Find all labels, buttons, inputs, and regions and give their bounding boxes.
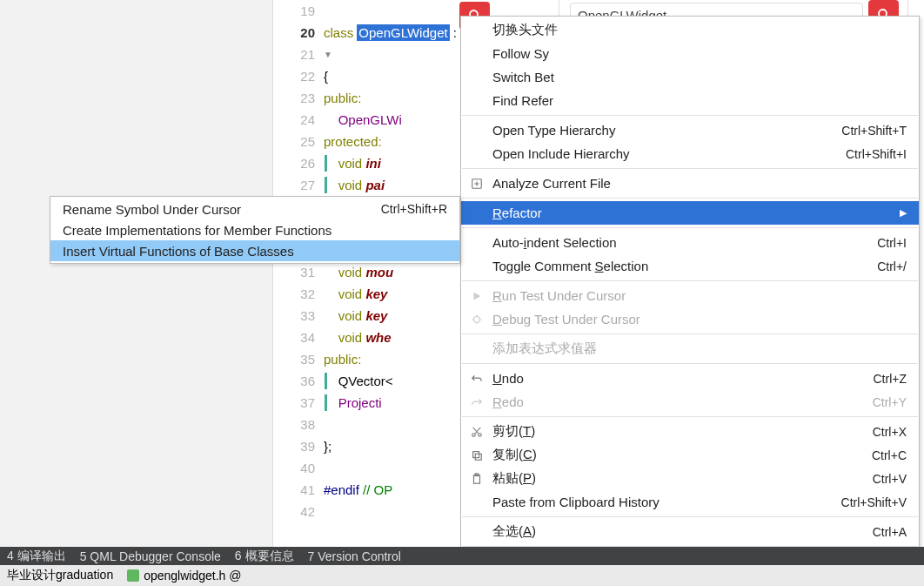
line-number: 22 bbox=[273, 65, 324, 87]
menu-item-label: Find Refer bbox=[492, 93, 907, 108]
menu-item-shortcut: Ctrl+Z bbox=[874, 372, 907, 386]
menu-item[interactable]: Switch Bet bbox=[461, 65, 919, 89]
line-number: 26 bbox=[273, 152, 324, 174]
menu-item[interactable]: 全选(A)Ctrl+A bbox=[461, 520, 919, 543]
menu-item-label: Paste from Clipboard History bbox=[492, 495, 841, 509]
line-number: 34 bbox=[273, 327, 324, 348]
menu-item[interactable]: Paste from Clipboard HistoryCtrl+Shift+V bbox=[461, 490, 919, 514]
status-bar[interactable]: 4 编译输出5 QML Debugger Console6 概要信息7 Vers… bbox=[0, 547, 924, 565]
run-icon bbox=[470, 289, 484, 303]
menu-item-shortcut: Ctrl+/ bbox=[877, 259, 907, 273]
line-number: 25 bbox=[273, 131, 324, 152]
menu-item[interactable]: Open Include HierarchyCtrl+Shift+I bbox=[461, 142, 919, 165]
menu-item-label: Debug Test Under Cursor bbox=[492, 312, 907, 327]
output-pane-tab[interactable]: 6 概要信息 bbox=[228, 549, 301, 564]
gutter-margin bbox=[0, 0, 273, 549]
menu-item-label: 切换头文件 bbox=[492, 22, 907, 38]
redo-icon bbox=[470, 395, 484, 409]
line-number: 33 bbox=[273, 305, 324, 327]
file-tab[interactable]: openglwidget.h @ bbox=[120, 569, 248, 583]
menu-item-shortcut: Ctrl+I bbox=[877, 236, 907, 250]
menu-item-label: 粘贴(P) bbox=[492, 470, 873, 487]
line-number: 20 bbox=[273, 22, 324, 44]
analyze-icon bbox=[470, 177, 484, 191]
line-number: 19 bbox=[273, 0, 324, 22]
line-number: 23 bbox=[273, 87, 324, 109]
menu-item[interactable]: 复制(C)Ctrl+C bbox=[461, 443, 919, 467]
copy-icon bbox=[470, 448, 484, 462]
svg-point-7 bbox=[479, 433, 482, 436]
menu-separator bbox=[462, 333, 918, 334]
menu-item[interactable]: 剪切(T)Ctrl+X bbox=[461, 420, 919, 443]
svg-point-5 bbox=[474, 316, 480, 322]
line-number: 37 bbox=[273, 392, 324, 414]
menu-separator bbox=[462, 168, 918, 169]
menu-item: 添加表达式求值器 bbox=[461, 337, 919, 360]
line-number: 36 bbox=[273, 370, 324, 392]
menu-separator bbox=[462, 363, 918, 364]
cut-icon bbox=[470, 425, 484, 439]
submenu-item[interactable]: Rename Symbol Under CursorCtrl+Shift+R bbox=[50, 199, 459, 219]
menu-item-label: Redo bbox=[492, 394, 873, 409]
menu-item[interactable]: Auto-indent SelectionCtrl+I bbox=[461, 231, 919, 254]
line-number: 35 bbox=[273, 348, 324, 370]
line-number: 31 bbox=[273, 261, 324, 283]
refactor-submenu[interactable]: Rename Symbol Under CursorCtrl+Shift+RCr… bbox=[50, 196, 460, 264]
submenu-item-label: Rename Symbol Under Cursor bbox=[63, 202, 381, 217]
line-number: 24 bbox=[273, 109, 324, 131]
menu-item-label: Auto-indent Selection bbox=[492, 235, 877, 250]
file-icon bbox=[127, 569, 139, 582]
menu-item-label: Analyze Current File bbox=[492, 176, 907, 191]
context-menu[interactable]: 切换头文件Follow SySwitch BetFind ReferOpen T… bbox=[460, 16, 920, 586]
menu-item[interactable]: Open Type HierarchyCtrl+Shift+T bbox=[461, 118, 919, 142]
menu-item-label: Open Type Hierarchy bbox=[492, 123, 841, 138]
file-tabs[interactable]: 毕业设计graduationopenglwidget.h @ bbox=[0, 565, 924, 586]
menu-item-label: Follow Sy bbox=[492, 46, 907, 61]
svg-rect-8 bbox=[473, 451, 479, 457]
menu-item: RedoCtrl+Y bbox=[461, 390, 919, 414]
menu-item-label: 添加表达式求值器 bbox=[492, 340, 907, 357]
menu-item[interactable]: UndoCtrl+Z bbox=[461, 367, 919, 390]
menu-item: Debug Test Under Cursor bbox=[461, 307, 919, 331]
menu-item[interactable]: Follow Sy bbox=[461, 42, 919, 65]
menu-separator bbox=[462, 280, 918, 281]
menu-item-shortcut: Ctrl+Shift+T bbox=[841, 124, 907, 138]
submenu-item[interactable]: Insert Virtual Functions of Base Classes bbox=[50, 240, 459, 261]
menu-item-shortcut: Ctrl+Y bbox=[873, 395, 907, 409]
line-number: 42 bbox=[273, 501, 324, 522]
undo-icon bbox=[470, 372, 484, 386]
svg-rect-9 bbox=[475, 454, 481, 460]
menu-item[interactable]: Analyze Current File bbox=[461, 172, 919, 195]
menu-item[interactable]: 粘贴(P)Ctrl+V bbox=[461, 467, 919, 490]
menu-item-shortcut: Ctrl+C bbox=[872, 448, 907, 462]
output-pane-tab[interactable]: 7 Version Control bbox=[301, 549, 408, 563]
line-number: 21 bbox=[273, 44, 324, 65]
debug-icon bbox=[470, 313, 484, 327]
submenu-item-shortcut: Ctrl+Shift+R bbox=[381, 202, 447, 216]
menu-item-shortcut: Ctrl+X bbox=[873, 425, 907, 439]
line-number: 32 bbox=[273, 283, 324, 305]
menu-separator bbox=[462, 227, 918, 228]
output-pane-tab[interactable]: 5 QML Debugger Console bbox=[73, 549, 228, 563]
line-number: 38 bbox=[273, 414, 324, 435]
line-number: 27 bbox=[273, 174, 324, 196]
output-pane-tab[interactable]: 4 编译输出 bbox=[0, 549, 73, 564]
file-tab[interactable]: 毕业设计graduation bbox=[0, 568, 120, 583]
menu-item-label: Switch Bet bbox=[492, 70, 907, 84]
submenu-arrow-icon: ▶ bbox=[900, 207, 907, 219]
menu-item-shortcut: Ctrl+A bbox=[873, 525, 907, 539]
menu-item-label: 全选(A) bbox=[492, 523, 873, 540]
menu-item-label: 复制(C) bbox=[492, 447, 872, 463]
menu-item[interactable]: Find Refer bbox=[461, 89, 919, 112]
line-number: 40 bbox=[273, 457, 324, 479]
menu-item[interactable]: Toggle Comment SelectionCtrl+/ bbox=[461, 254, 919, 278]
menu-separator bbox=[462, 516, 918, 517]
paste-icon bbox=[470, 472, 484, 486]
menu-item-shortcut: Ctrl+Shift+V bbox=[841, 495, 907, 509]
submenu-item[interactable]: Create Implementations for Member Functi… bbox=[50, 219, 459, 240]
menu-item-label: Open Include Hierarchy bbox=[492, 146, 846, 161]
submenu-item-label: Insert Virtual Functions of Base Classes bbox=[63, 244, 447, 259]
menu-item[interactable]: Refactor▶ bbox=[461, 201, 919, 225]
menu-item-label: Toggle Comment Selection bbox=[492, 259, 877, 273]
menu-item[interactable]: 切换头文件 bbox=[461, 18, 919, 42]
